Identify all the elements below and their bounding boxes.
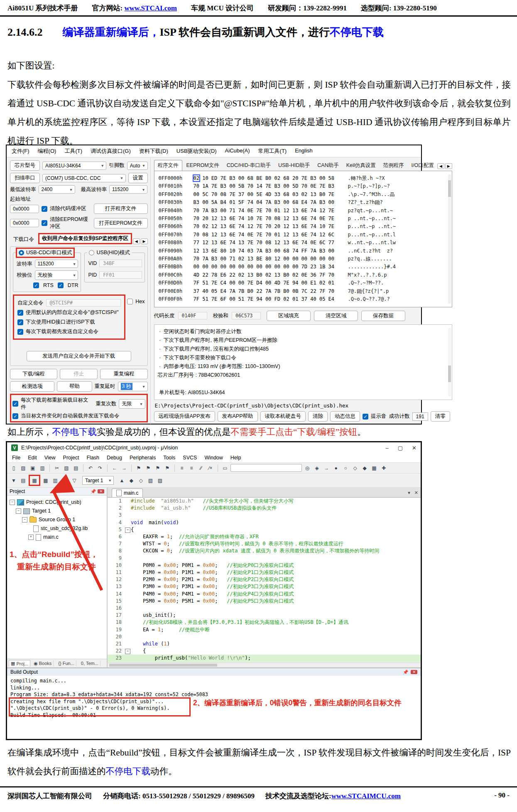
- use-hid-next-checkbox[interactable]: ✓: [17, 319, 23, 325]
- usb-hid-mode-radio[interactable]: USB(HID)模式: [87, 249, 132, 257]
- edit-config-icon[interactable]: ▭: [221, 464, 229, 472]
- close-panel-icon[interactable]: ✕: [411, 670, 417, 674]
- scrollbar[interactable]: [448, 174, 451, 304]
- batch-setup-icon[interactable]: ▥: [51, 476, 59, 484]
- nav-back-icon[interactable]: ←: [110, 464, 119, 472]
- pin-icon[interactable]: 📌: [403, 670, 409, 675]
- hex-dump-view[interactable]: 0FF0000h02 10 ED 7E B3 00 68 BE B0 02 68…: [154, 171, 452, 307]
- save-icon[interactable]: ▣: [29, 464, 37, 472]
- collapse-icon[interactable]: −: [22, 517, 27, 523]
- beep-checkbox[interactable]: ✓: [363, 414, 368, 419]
- tab-item[interactable]: CAN助手: [314, 160, 342, 171]
- pin-count-select[interactable]: Auto▾: [127, 162, 148, 170]
- redo-icon[interactable]: ↷: [96, 464, 104, 472]
- file-extensions-icon[interactable]: ▧: [146, 476, 154, 484]
- tab-program-file[interactable]: 程序文件: [154, 160, 182, 171]
- bookmark-clear-icon[interactable]: ⚑: [163, 464, 172, 472]
- minimize-button[interactable]: –: [386, 445, 389, 451]
- horizontal-scrollbar[interactable]: [108, 662, 421, 667]
- action-button[interactable]: 清除: [308, 411, 328, 422]
- repeat-delay-select[interactable]: 3 秒▾: [118, 382, 148, 391]
- site-link[interactable]: www.STCAI.com: [124, 4, 177, 12]
- menu-item[interactable]: Peripherals: [130, 455, 156, 461]
- paste-icon[interactable]: ▤: [72, 464, 80, 472]
- hex-checkbox[interactable]: [127, 299, 133, 304]
- tree-item[interactable]: +main.c: [9, 533, 105, 542]
- menu-item[interactable]: Window: [204, 455, 223, 461]
- indent-icon[interactable]: ≡: [178, 464, 186, 472]
- chip-type-button[interactable]: 芯片型号: [10, 160, 40, 171]
- breakpoint-disable-icon[interactable]: ◇: [351, 464, 359, 472]
- custom-command-input[interactable]: @STCISP#: [46, 299, 121, 307]
- open-folder-icon[interactable]: ▨: [19, 464, 27, 472]
- rebuild-icon[interactable]: ▦: [30, 476, 39, 484]
- tab-scroll-arrows[interactable]: ◀▶: [437, 163, 452, 169]
- target-options-icon[interactable]: ◇: [137, 476, 145, 484]
- dtr-checkbox[interactable]: ✓: [58, 282, 64, 288]
- build-icon[interactable]: ▤: [19, 476, 27, 484]
- reload-before-download-checkbox[interactable]: ✓: [12, 401, 18, 407]
- menu-item[interactable]: File: [12, 455, 20, 461]
- panel-tab[interactable]: ▦Proj...: [9, 660, 30, 667]
- scan-port-button[interactable]: 扫描串口: [10, 173, 40, 183]
- max-baud-select[interactable]: 115200▾: [109, 185, 147, 194]
- new-file-icon[interactable]: ▯: [10, 464, 18, 472]
- tab-item[interactable]: USB-HID助手: [275, 160, 313, 171]
- chip-type-select[interactable]: AI8051U-34K64▾: [42, 162, 106, 170]
- open-eeprom-file-button[interactable]: 打开EEPROM文件: [94, 218, 148, 228]
- debug-start-icon[interactable]: ●: [332, 464, 340, 472]
- collapse-icon[interactable]: −: [10, 500, 15, 505]
- clear-region-button[interactable]: 清空区域: [314, 311, 358, 321]
- send-command-and-download-button[interactable]: 发送用户自定义命令并开始下载: [27, 351, 131, 361]
- eeprom-start-address-input[interactable]: 0x0000: [10, 219, 39, 227]
- tab-item[interactable]: EEPROM文件: [183, 160, 223, 171]
- download-icon[interactable]: ▽: [70, 476, 78, 484]
- tab-scroll-arrows[interactable]: ◀▶: [133, 238, 148, 244]
- tab-close-icon[interactable]: ✕: [414, 490, 418, 496]
- comment-icon[interactable]: ∕∕: [197, 464, 205, 472]
- panel-tab[interactable]: ◉Books: [32, 660, 54, 667]
- configure-icon[interactable]: ✚: [380, 464, 388, 472]
- menu-item[interactable]: 工具(T): [64, 147, 82, 155]
- menu-item[interactable]: 调试仿真接口(G): [91, 147, 131, 155]
- clear-eeprom-checkbox[interactable]: ✓: [42, 220, 47, 226]
- batch-build-icon[interactable]: ▩: [42, 476, 50, 484]
- scrollbar[interactable]: [448, 328, 451, 397]
- parity-select[interactable]: 无校验▾: [35, 270, 78, 280]
- breakpoint-toggle-icon[interactable]: ○: [341, 464, 350, 472]
- action-button[interactable]: 远程现场升级APP发布: [154, 411, 215, 422]
- open-program-file-button[interactable]: 打开程序文件: [94, 204, 148, 214]
- menu-item[interactable]: 文件(F): [12, 147, 29, 155]
- menu-item[interactable]: 资料下载(D): [139, 147, 168, 155]
- tab-item[interactable]: 范例程序: [380, 160, 407, 171]
- uncomment-icon[interactable]: ∕×: [206, 464, 215, 472]
- menu-item[interactable]: English: [295, 147, 313, 155]
- bookmark-next-icon[interactable]: ⚑: [154, 464, 162, 472]
- serial-port-select[interactable]: (COM7) USB-CDC, CDC▾: [42, 174, 126, 182]
- menu-item[interactable]: Flash: [86, 455, 99, 461]
- close-button[interactable]: ✕: [412, 445, 417, 451]
- stop-button[interactable]: 停止: [60, 369, 98, 379]
- port-settings-button[interactable]: 设置: [128, 173, 148, 183]
- menu-item[interactable]: 常用工具(T): [258, 147, 287, 155]
- fill-region-button[interactable]: 区域填充: [267, 311, 311, 321]
- code-editor[interactable]: 1#include "ai8051u.h" //头文件不分大小写，但关键字分大小…: [108, 497, 421, 662]
- repeat-count-select[interactable]: 无限▾: [119, 399, 145, 409]
- manage-books-icon[interactable]: ▨: [156, 476, 164, 484]
- copy-icon[interactable]: ▧: [62, 464, 71, 472]
- tree-item[interactable]: −Source Group 1: [9, 515, 105, 524]
- target-select[interactable]: Target 1▾: [82, 476, 114, 485]
- code-start-address-input[interactable]: 0x0000: [10, 205, 39, 213]
- clear-code-checkbox[interactable]: ✓: [42, 206, 47, 212]
- undo-icon[interactable]: ↶: [86, 464, 95, 472]
- menu-item[interactable]: View: [44, 455, 56, 461]
- tree-item[interactable]: −Target 1: [9, 507, 105, 515]
- reset-count-button[interactable]: 清零: [431, 411, 450, 422]
- goto-def-icon[interactable]: ◎: [303, 464, 311, 472]
- tab-download-password[interactable]: 下载口令: [10, 235, 37, 244]
- auto-load-on-change-checkbox[interactable]: ✓: [12, 413, 18, 419]
- bookmark-icon[interactable]: ⚑: [135, 464, 143, 472]
- min-baud-select[interactable]: 2400▾: [39, 185, 75, 194]
- action-button[interactable]: 读取本机硬盘号: [260, 411, 306, 422]
- search-input[interactable]: [230, 464, 302, 472]
